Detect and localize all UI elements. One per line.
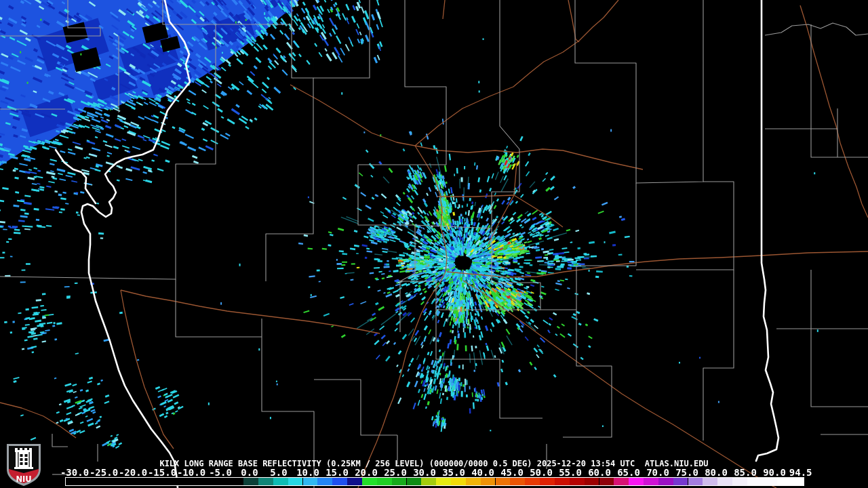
tick-label: 5.0 [270, 468, 287, 477]
colorbar-segment [732, 478, 747, 485]
colorbar-segment [407, 478, 422, 485]
colorbar-segment [466, 478, 481, 485]
colorbar-segment [332, 478, 347, 485]
colorbar-segment [510, 478, 525, 485]
tick-label: 80.0 [705, 468, 728, 477]
tick-label: 20.0 [355, 468, 378, 477]
colorbar-segment [747, 478, 777, 485]
tick-label: 94.5 [789, 468, 812, 477]
tick-label: -20.0 [119, 468, 147, 477]
colorbar-segment [570, 478, 585, 485]
tick-label: 35.0 [442, 468, 465, 477]
tick-label: 60.0 [588, 468, 611, 477]
colorbar-segment [614, 478, 629, 485]
colorbar-segment [288, 478, 303, 485]
colorbar-segment [273, 478, 288, 485]
colorbar-segment [555, 478, 570, 485]
colorbar-segment [717, 478, 732, 485]
tick-label: -15.0 [148, 468, 176, 477]
colorbar-segment [585, 478, 599, 485]
colorbar-segment [496, 478, 511, 485]
tick-label: 65.0 [617, 468, 640, 477]
niu-castle-icon [14, 448, 33, 469]
tick-label: 50.0 [530, 468, 553, 477]
colorbar-segment [347, 478, 362, 485]
colorbar-segment [540, 478, 555, 485]
colorbar-segment [421, 478, 436, 485]
colorbar-segment [392, 478, 407, 485]
tick-label: 15.0 [326, 468, 349, 477]
tick-label: -10.0 [177, 468, 205, 477]
colorbar-segment [777, 478, 804, 485]
tick-label: 0.0 [241, 468, 258, 477]
colorbar-segment [658, 478, 673, 485]
tick-label: -30.0 [60, 468, 89, 477]
tick-label: 40.0 [471, 468, 494, 477]
colorbar-segment [362, 478, 377, 485]
niu-wordmark: NIU [16, 474, 31, 484]
reflectivity-colorbar [65, 477, 804, 486]
colorbar-segment [525, 478, 540, 485]
colorbar-segment [243, 478, 258, 485]
tick-label: 55.0 [559, 468, 582, 477]
tick-label: 30.0 [413, 468, 436, 477]
colorbar-segment [303, 478, 318, 485]
radar-display: KILX LONG RANGE BASE REFLECTIVITY (0.25K… [0, 0, 868, 488]
colorbar-segment [703, 478, 717, 485]
tick-label: -25.0 [90, 468, 118, 477]
niu-logo: NIU [5, 443, 42, 487]
tick-label: 10.0 [296, 468, 319, 477]
colorbar-segment [481, 478, 496, 485]
colorbar-tick-labels: -30.0-25.0-20.0-15.0-10.0-5.00.05.010.01… [0, 468, 868, 477]
colorbar-segment [644, 478, 658, 485]
colorbar-segment [377, 478, 392, 485]
colorbar-segment [629, 478, 644, 485]
tick-label: 45.0 [500, 468, 524, 477]
colorbar-segment [436, 478, 451, 485]
tick-label: -5.0 [209, 468, 232, 477]
tick-label: 75.0 [675, 468, 698, 477]
tick-label: 90.0 [763, 468, 786, 477]
colorbar-segment [258, 478, 273, 485]
colorbar-segment [451, 478, 466, 485]
radar-map [0, 0, 868, 488]
colorbar-segment [66, 478, 243, 485]
tick-label: 70.0 [646, 468, 669, 477]
colorbar-segment [688, 478, 703, 485]
tick-label: 85.0 [734, 468, 757, 477]
colorbar-segment [673, 478, 688, 485]
tick-label: 25.0 [384, 468, 407, 477]
colorbar-segment [599, 478, 614, 485]
colorbar-segment [317, 478, 332, 485]
